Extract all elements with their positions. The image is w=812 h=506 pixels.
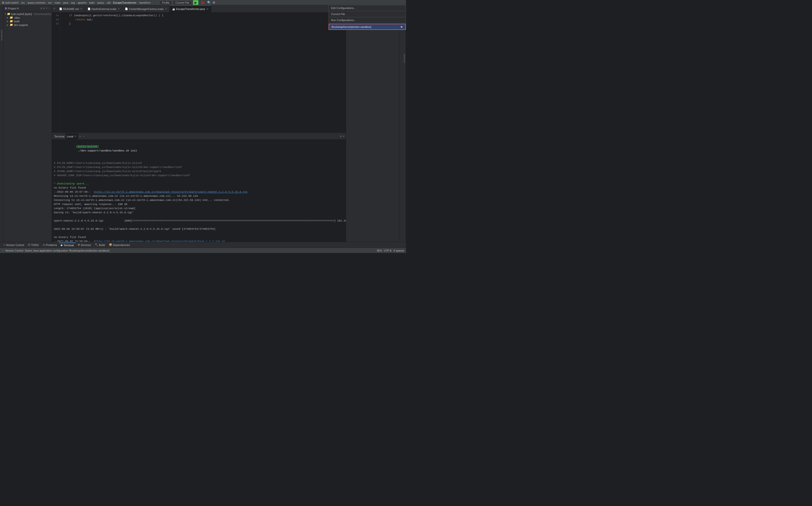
breadcrumb-query-common: query-common xyxy=(28,1,45,4)
line-num-35: 35 xyxy=(53,18,59,22)
term-wget-2: --2022-09-06 15:58:09-- https://s3.cn-no… xyxy=(54,239,344,242)
term-blank-5 xyxy=(54,231,344,235)
current-file-item[interactable]: Current File xyxy=(328,12,406,16)
idea-folder-icon: 📁 xyxy=(10,16,13,19)
toolbar-settings-icon[interactable]: ⚙ xyxy=(212,1,215,4)
line-numbers: 34 35 36 xyxy=(52,13,61,133)
breadcrumb-src2: src xyxy=(48,1,52,4)
tab-clustermanager[interactable]: 📄 ClusterManagerFactory.scala ✕ xyxy=(123,5,170,13)
tree-root[interactable]: ▼ 📁 kylin-kylin5 [kylin] ~/Downloads/kyl… xyxy=(3,12,52,16)
forward-icon[interactable]: → xyxy=(156,1,158,4)
local-close-icon[interactable]: ✕ xyxy=(74,135,76,138)
back-icon[interactable]: ← xyxy=(152,1,154,4)
project-title: ⊞ Project ▾ xyxy=(5,7,19,10)
tab-close-haske[interactable]: ✕ xyxy=(118,7,120,10)
breadcrumb-main: main xyxy=(55,1,60,4)
current-file-button[interactable]: Current File xyxy=(173,1,191,5)
project-tree: ▼ 📁 kylin-kylin5 [kylin] ~/Downloads/kyl… xyxy=(3,12,52,242)
tree-idea[interactable]: ▶ 📁 .idea xyxy=(3,16,52,19)
bottom-tab-terminal[interactable]: ▶ Terminal xyxy=(59,243,76,247)
bottom-tab-version-control[interactable]: ⑂ Version Control xyxy=(1,243,26,247)
status-select-run: Select Java application configuration 'B… xyxy=(25,249,110,252)
run-button[interactable]: ▶ xyxy=(193,0,198,5)
breadcrumb-transform: transform xyxy=(139,1,150,4)
center-column: ≡ 📄 README.md ✕ 📄 HasKeExternal.scala ✕ … xyxy=(52,5,346,242)
breadcrumb-query: query xyxy=(97,1,104,4)
debug-button[interactable]: 🐞 xyxy=(200,0,206,5)
build-icon: 🔨 xyxy=(95,243,98,246)
gear-icon[interactable]: ⚙ xyxy=(40,7,42,10)
scope-icon[interactable]: ⊕ xyxy=(43,7,45,10)
terminal-prompt: kylin-kylin5 xyxy=(76,145,98,148)
bootstrap-server-item[interactable]: BootstrapServer[docker-sandbox] ▶ xyxy=(328,24,406,30)
terminal-settings-icon[interactable]: ⚙ xyxy=(340,135,342,138)
bottom-tab-dependencies[interactable]: 📦 Dependencies xyxy=(107,243,132,247)
edit-configurations-item[interactable]: Edit Configurations... xyxy=(328,6,406,10)
sep8: › xyxy=(87,1,88,4)
ide-top-bar: ⊞ kylin-kylin5 › src › query-common › sr… xyxy=(0,0,406,5)
project-dropdown-icon[interactable]: ▾ xyxy=(17,7,19,10)
toolbar-search-icon[interactable]: 🔍 xyxy=(207,1,211,4)
collapse-icon[interactable]: — xyxy=(49,7,50,10)
bottom-tab-services[interactable]: ⚙ Services xyxy=(76,243,93,247)
tabs-menu-icon[interactable]: ≡ xyxy=(52,7,57,11)
bottom-toolbar: ⑂ Version Control ☑ TODO ⚠ Problems ▶ Te… xyxy=(0,242,406,248)
breadcrumb-kylin2: kylin xyxy=(89,1,94,4)
terminal-icon: ▶ xyxy=(61,244,63,247)
tab-close-readme[interactable]: ✕ xyxy=(80,7,82,10)
terminal-close-icon[interactable]: ✕ xyxy=(343,135,345,138)
sep3: › xyxy=(46,1,47,4)
terminal-local-tab[interactable]: Local ✕ xyxy=(66,133,78,140)
sep6: › xyxy=(69,1,70,4)
dev-folder-icon: 📁 xyxy=(10,23,13,26)
cluster-icon: 📄 xyxy=(125,7,128,10)
tab-readme[interactable]: 📄 README.md ✕ xyxy=(57,5,85,13)
breadcrumb-java: java xyxy=(63,1,68,4)
spark-link[interactable]: https://s3.cn-north-1.amazonaws.com.cn/d… xyxy=(94,190,248,193)
middle-section: Bookmarks ⊞ Project ▾ ⚙ ⊕ ≡ — ▼ xyxy=(0,5,406,242)
add-terminal-icon[interactable]: + xyxy=(78,135,82,138)
breadcrumb-kylin: kylin-kylin5 xyxy=(5,1,18,4)
code-line-35: return sql; xyxy=(63,18,344,22)
breadcrumb-escape: EscapeTransformer xyxy=(113,1,137,4)
bottom-tab-problems[interactable]: ⚠ Problems xyxy=(41,243,59,247)
folder-icon: 📁 xyxy=(7,12,10,15)
sep4: › xyxy=(53,1,54,4)
tree-build[interactable]: ▶ 📁 build xyxy=(3,19,52,23)
tree-devsupport[interactable]: ▶ 📁 dev-support xyxy=(3,23,52,27)
scala-icon: 📄 xyxy=(87,7,90,10)
terminal-right-icons: ⚙ ✕ xyxy=(340,135,345,138)
tab-escapetransformer[interactable]: ☕ EscapeTransformer.java ✕ xyxy=(170,5,211,13)
app-window: ⊞ kylin-kylin5 › src › query-common › sr… xyxy=(0,0,406,253)
run-configurations-item[interactable]: Run Configurations... xyxy=(328,18,406,22)
code-editor[interactable]: 34 35 36 if (HadoopUtil.getCurrentForml(… xyxy=(52,13,346,133)
run-config-popup: Edit Configurations... Current File Run … xyxy=(328,5,406,30)
hive-link[interactable]: https://s3.cn-north-1.amazonaws.com.cn/d… xyxy=(94,240,225,242)
dependencies-icon: 📦 xyxy=(109,243,112,246)
filter-icon[interactable]: ≡ xyxy=(46,7,48,10)
tabs-bar: ≡ 📄 README.md ✕ 📄 HasKeExternal.scala ✕ … xyxy=(52,5,346,13)
problems-icon: ⚠ xyxy=(43,243,45,246)
project-header: ⊞ Project ▾ ⚙ ⊕ ≡ — xyxy=(3,5,52,12)
readme-icon: 📄 xyxy=(59,7,62,10)
term-no-binary-1: no binary file found xyxy=(54,186,344,190)
profile-button[interactable]: Profile xyxy=(160,1,172,5)
bottom-tab-build[interactable]: 🔨 Build xyxy=(93,243,107,247)
terminal-body[interactable]: kylin-kylin5 ./dev-support/sandbox/sandb… xyxy=(52,140,346,242)
bottom-tab-todo[interactable]: ☑ TODO xyxy=(26,243,41,247)
term-connecting-1: Connecting to s3.cn-north-1.amazonaws.co… xyxy=(54,198,344,202)
term-saving-1: Saving to: 'build/spark-newten-3.2.0-4.5… xyxy=(54,210,344,215)
project-icon: ⊞ xyxy=(5,7,7,10)
tab-close-cluster[interactable]: ✕ xyxy=(165,7,167,10)
tab-haskeexternal[interactable]: 📄 HasKeExternal.scala ✕ xyxy=(85,5,123,13)
build-folder-icon: 📁 xyxy=(10,20,13,23)
terminal-prompt-line: kylin-kylin5 ./dev-support/sandbox/sandb… xyxy=(54,141,344,157)
term-hadoop-conf: # HADOOP_CONF_DIR=/Users/xiaoxiang.yu/Do… xyxy=(54,173,344,178)
breadcrumb-apache: apache xyxy=(78,1,86,4)
code-line-36: } xyxy=(63,22,344,26)
term-blank-3 xyxy=(54,215,344,219)
status-location: 38:6 xyxy=(377,249,382,252)
term-kylin-conf: # KYLIN_CONF=/Users/xiaoxiang.yu/Downloa… xyxy=(54,165,344,169)
tab-close-escape[interactable]: ✕ xyxy=(206,7,209,11)
terminal-dropdown-icon[interactable]: ▾ xyxy=(82,135,86,138)
